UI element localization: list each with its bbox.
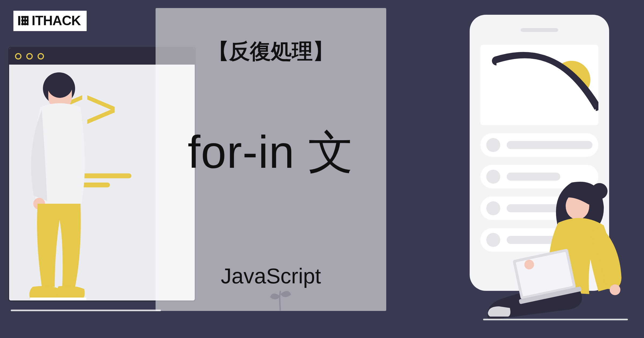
svg-rect-4 — [22, 16, 23, 25]
main-title: for-in 文 — [188, 122, 354, 183]
dot-icon — [486, 138, 500, 152]
window-dot-icon — [15, 53, 21, 60]
phone-notch-icon — [521, 28, 558, 32]
bar — [507, 141, 593, 149]
person-sitting-illustration — [472, 172, 633, 322]
svg-point-11 — [591, 183, 608, 199]
list-item — [480, 133, 598, 157]
svg-rect-5 — [24, 16, 26, 25]
plant-sprout-icon — [266, 281, 295, 311]
svg-point-12 — [610, 284, 620, 295]
logo-text: ITHACK — [32, 13, 81, 28]
phone-hero-image — [480, 45, 598, 125]
title-card: 【反復処理】 for-in 文 JavaScript — [156, 8, 386, 311]
kicker-text: 【反復処理】 — [208, 38, 334, 66]
svg-rect-0 — [18, 16, 20, 25]
svg-rect-6 — [27, 16, 28, 25]
logo-mark-icon — [17, 14, 30, 27]
svg-point-16 — [524, 260, 534, 269]
person-standing-illustration — [16, 70, 97, 311]
window-dot-icon — [38, 53, 44, 60]
svg-rect-17 — [483, 319, 628, 320]
window-dot-icon — [26, 53, 33, 60]
logo-badge: ITHACK — [13, 11, 87, 31]
